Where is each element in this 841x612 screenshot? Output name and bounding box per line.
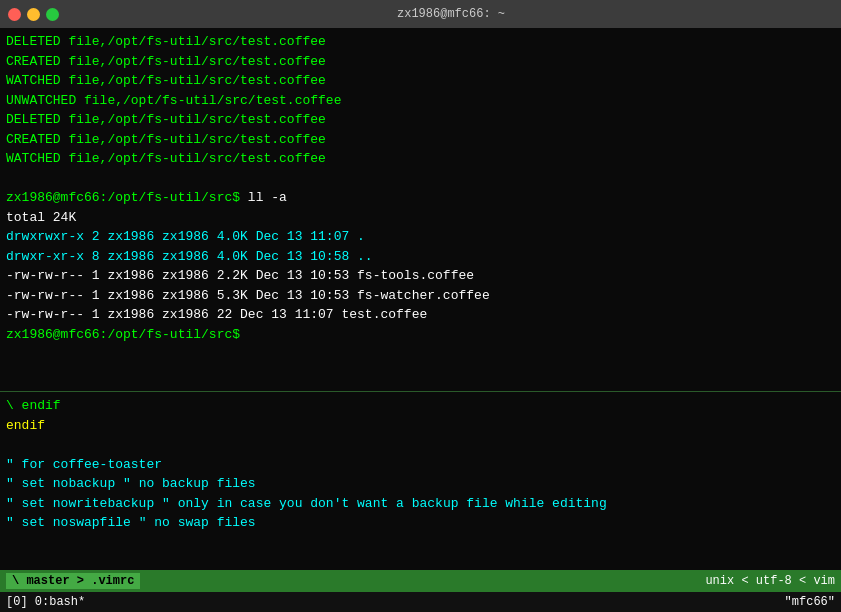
editor-content: \ endif endif " for coffee-toaster " set… [0, 392, 841, 570]
vim-statusbar: \ master > .vimrc unix < utf-8 < vim [0, 570, 841, 592]
maximize-button[interactable] [46, 8, 59, 21]
close-button[interactable] [8, 8, 21, 21]
terminal-line: total 24K [6, 208, 835, 228]
terminal-line: drwxrwxr-x 2 zx1986 zx1986 4.0K Dec 13 1… [6, 227, 835, 247]
terminal-line: WATCHED file,/opt/fs-util/src/test.coffe… [6, 149, 835, 169]
statusbar-left: \ master > .vimrc [6, 573, 140, 589]
terminal-line: drwxr-xr-x 8 zx1986 zx1986 4.0K Dec 13 1… [6, 247, 835, 267]
editor-line: " set nobackup " no backup files [6, 474, 835, 494]
vim-hostname: "mfc66" [785, 595, 835, 609]
editor-blank [6, 435, 835, 455]
titlebar: zx1986@mfc66: ~ [0, 0, 841, 28]
terminal-line: WATCHED file,/opt/fs-util/src/test.coffe… [6, 71, 835, 91]
window-controls[interactable] [8, 8, 59, 21]
terminal-prompt-empty: zx1986@mfc66:/opt/fs-util/src$ [6, 325, 835, 345]
minimize-button[interactable] [27, 8, 40, 21]
terminal-line: -rw-rw-r-- 1 zx1986 zx1986 22 Dec 13 11:… [6, 305, 835, 325]
file-encoding-info: unix < utf-8 < vim [705, 574, 835, 588]
terminal-output: DELETED file,/opt/fs-util/src/test.coffe… [0, 28, 841, 392]
editor-line: " set noswapfile " no swap files [6, 513, 835, 533]
terminal-line: -rw-rw-r-- 1 zx1986 zx1986 2.2K Dec 13 1… [6, 266, 835, 286]
vim-editor: \ endif endif " for coffee-toaster " set… [0, 392, 841, 612]
terminal-line: -rw-rw-r-- 1 zx1986 zx1986 5.3K Dec 13 1… [6, 286, 835, 306]
statusbar-right: unix < utf-8 < vim [705, 574, 835, 588]
git-branch-indicator: \ master > .vimrc [6, 573, 140, 589]
terminal-line: CREATED file,/opt/fs-util/src/test.coffe… [6, 52, 835, 72]
terminal-line: DELETED file,/opt/fs-util/src/test.coffe… [6, 110, 835, 130]
editor-line: " for coffee-toaster [6, 455, 835, 475]
terminal-line: UNWATCHED file,/opt/fs-util/src/test.cof… [6, 91, 835, 111]
terminal-line: DELETED file,/opt/fs-util/src/test.coffe… [6, 32, 835, 52]
terminal-blank [6, 169, 835, 189]
editor-line: " set nowritebackup " only in case you d… [6, 494, 835, 514]
window-title: zx1986@mfc66: ~ [69, 7, 833, 21]
terminal-line: CREATED file,/opt/fs-util/src/test.coffe… [6, 130, 835, 150]
vim-tab-info: [0] 0:bash* [6, 595, 85, 609]
vim-commandline: [0] 0:bash* "mfc66" [0, 592, 841, 612]
terminal-prompt: zx1986@mfc66:/opt/fs-util/src$ ll -a [6, 188, 835, 208]
editor-line: endif [6, 416, 835, 436]
editor-line: \ endif [6, 396, 835, 416]
